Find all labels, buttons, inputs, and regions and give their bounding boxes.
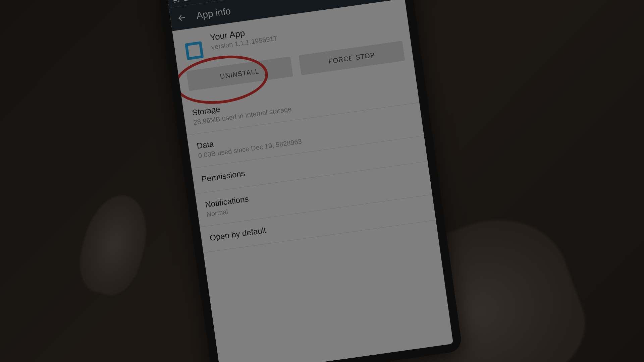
mail-icon (183, 0, 191, 2)
app-icon (182, 39, 206, 63)
phone-screen: App info Your App version 1.1.1.1956917 … (167, 0, 453, 362)
location-icon (194, 0, 202, 1)
gallery-icon (172, 0, 180, 4)
page-title: App info (196, 6, 231, 21)
back-arrow-icon[interactable] (176, 13, 187, 23)
phone-frame: App info Your App version 1.1.1.1956917 … (158, 0, 463, 362)
thumb-background (72, 188, 156, 301)
